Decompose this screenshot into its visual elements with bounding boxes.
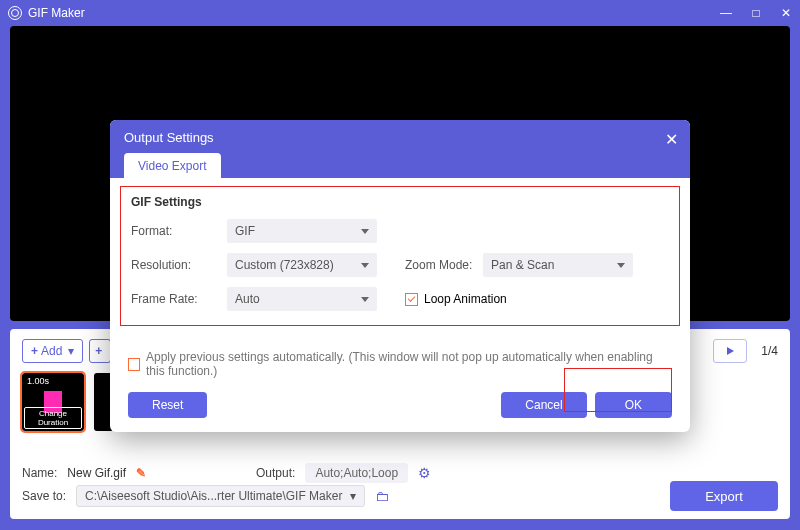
window-title: GIF Maker (28, 6, 720, 20)
output-settings-icon[interactable]: ⚙ (418, 465, 431, 481)
gif-settings-highlight: GIF Settings Format: GIF Resolution: Cus… (120, 186, 680, 326)
modal-header: Output Settings ✕ Video Export (110, 120, 690, 178)
framerate-label: Frame Rate: (131, 292, 227, 306)
save-to-label: Save to: (22, 489, 66, 503)
thumbnail[interactable]: 1.00s Change Duration (22, 373, 84, 431)
play-icon (727, 347, 734, 355)
resolution-dropdown[interactable]: Custom (723x828) (227, 253, 377, 277)
resolution-value: Custom (723x828) (235, 258, 334, 272)
cancel-button[interactable]: Cancel (501, 392, 586, 418)
add-label: Add (41, 344, 62, 358)
zoom-mode-dropdown[interactable]: Pan & Scan (483, 253, 633, 277)
export-button[interactable]: Export (670, 481, 778, 511)
format-dropdown[interactable]: GIF (227, 219, 377, 243)
chevron-down-icon (361, 229, 369, 234)
apply-previous-row: Apply previous settings automatically. (… (128, 350, 672, 378)
reset-button[interactable]: Reset (128, 392, 207, 418)
add-secondary-button[interactable]: + (89, 339, 111, 363)
play-button[interactable] (713, 339, 747, 363)
titlebar: GIF Maker ― □ ✕ (0, 0, 800, 26)
tab-video-export[interactable]: Video Export (124, 153, 221, 179)
app-logo-icon (8, 6, 22, 20)
format-value: GIF (235, 224, 255, 238)
resolution-label: Resolution: (131, 258, 227, 272)
modal-footer: Reset Cancel OK (128, 392, 672, 418)
zoom-mode-label: Zoom Mode: (405, 258, 483, 272)
name-output-row: Name: New Gif.gif ✎ Output: Auto;Auto;Lo… (22, 463, 778, 483)
ok-button[interactable]: OK (595, 392, 672, 418)
modal-close-icon[interactable]: ✕ (665, 130, 678, 149)
framerate-dropdown[interactable]: Auto (227, 287, 377, 311)
chevron-down-icon (361, 297, 369, 302)
modal-body: GIF Settings Format: GIF Resolution: Cus… (110, 178, 690, 432)
apply-previous-checkbox[interactable] (128, 358, 140, 371)
format-label: Format: (131, 224, 227, 238)
name-value: New Gif.gif (67, 466, 126, 480)
close-window-button[interactable]: ✕ (780, 7, 792, 19)
gif-settings-heading: GIF Settings (131, 195, 669, 209)
loop-animation-label: Loop Animation (424, 292, 507, 306)
framerate-value: Auto (235, 292, 260, 306)
maximize-button[interactable]: □ (750, 7, 762, 19)
loop-animation-checkbox[interactable] (405, 293, 418, 306)
edit-name-icon[interactable]: ✎ (136, 466, 146, 480)
minimize-button[interactable]: ― (720, 7, 732, 19)
modal-title: Output Settings (124, 130, 676, 145)
app-chrome: +Add▾ + 1/4 1.00s Change Duration + Name… (0, 26, 800, 530)
thumbnail-duration: 1.00s (24, 375, 52, 387)
open-folder-icon[interactable]: 🗀 (375, 488, 389, 504)
output-label: Output: (256, 466, 295, 480)
save-path-dropdown[interactable]: C:\Aiseesoft Studio\Ais...rter Ultimate\… (76, 485, 365, 507)
output-settings-modal: Output Settings ✕ Video Export GIF Setti… (110, 120, 690, 432)
chevron-down-icon (361, 263, 369, 268)
name-label: Name: (22, 466, 57, 480)
frame-counter: 1/4 (761, 344, 778, 358)
save-export-row: Save to: C:\Aiseesoft Studio\Ais...rter … (22, 481, 778, 511)
zoom-mode-value: Pan & Scan (491, 258, 554, 272)
save-path-value: C:\Aiseesoft Studio\Ais...rter Ultimate\… (85, 489, 342, 503)
change-duration-button[interactable]: Change Duration (24, 407, 82, 429)
add-button[interactable]: +Add▾ (22, 339, 83, 363)
output-value: Auto;Auto;Loop (305, 463, 408, 483)
apply-previous-label: Apply previous settings automatically. (… (146, 350, 672, 378)
chevron-down-icon (617, 263, 625, 268)
